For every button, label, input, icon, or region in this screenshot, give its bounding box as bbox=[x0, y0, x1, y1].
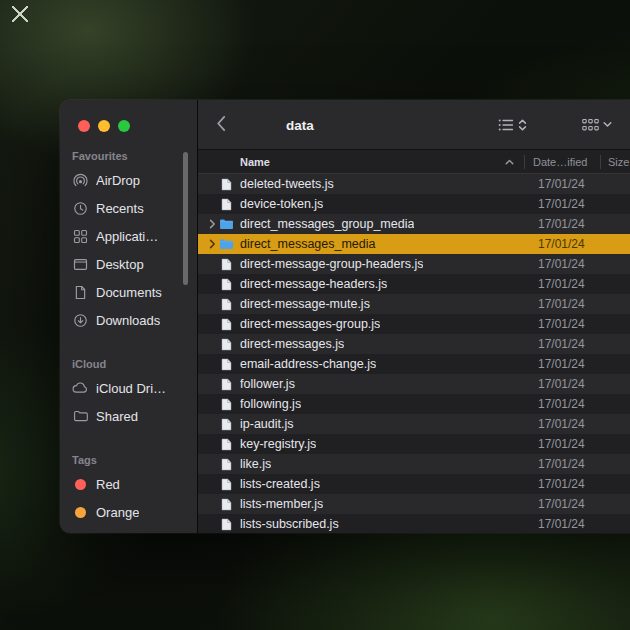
zoom-button[interactable] bbox=[118, 120, 130, 132]
sidebar-section-label: Tags bbox=[60, 452, 197, 468]
sidebar-sections: FavouritesAirDropRecentsApplicati…Deskto… bbox=[60, 148, 197, 533]
table-row[interactable]: direct_messages_group_media17/01/24 bbox=[198, 214, 630, 234]
clock-icon bbox=[72, 200, 88, 216]
file-date-modified: 17/01/24 bbox=[524, 277, 600, 291]
sidebar-item-desktop[interactable]: Desktop bbox=[60, 250, 197, 278]
file-name: deleted-tweets.js bbox=[240, 177, 334, 191]
document-file-icon bbox=[219, 458, 234, 471]
sidebar-item-yellow[interactable]: Yellow bbox=[60, 526, 197, 533]
file-name-cell: device-token.js bbox=[198, 194, 524, 214]
file-name: email-address-change.js bbox=[240, 357, 376, 371]
sidebar-section-icloud: iCloudiCloud Dri…Shared bbox=[60, 356, 197, 430]
file-date-modified: 17/01/24 bbox=[524, 317, 600, 331]
file-date-modified: 17/01/24 bbox=[524, 377, 600, 391]
table-row[interactable]: direct-messages-group.js17/01/24 bbox=[198, 314, 630, 334]
table-row[interactable]: device-token.js17/01/24 bbox=[198, 194, 630, 214]
file-name-cell: key-registry.js bbox=[198, 434, 524, 454]
column-headers: Name Date…ified Size bbox=[198, 150, 630, 174]
file-list: deleted-tweets.js17/01/24device-token.js… bbox=[198, 174, 630, 533]
sidebar-item-label: Downloads bbox=[96, 313, 160, 328]
sidebar-scrollbar[interactable] bbox=[183, 152, 188, 285]
file-name-cell: like.js bbox=[198, 454, 524, 474]
folder-icon bbox=[219, 218, 234, 230]
file-name-cell: ip-audit.js bbox=[198, 414, 524, 434]
table-row[interactable]: direct-message-headers.js17/01/24 bbox=[198, 274, 630, 294]
file-name: direct-messages-group.js bbox=[240, 317, 380, 331]
desktop-background: FavouritesAirDropRecentsApplicati…Deskto… bbox=[0, 0, 630, 630]
shared-folder-icon bbox=[72, 408, 88, 424]
sidebar-item-applicati[interactable]: Applicati… bbox=[60, 222, 197, 250]
sidebar-item-documents[interactable]: Documents bbox=[60, 278, 197, 306]
table-row[interactable]: direct-message-mute.js17/01/24 bbox=[198, 294, 630, 314]
document-file-icon bbox=[219, 318, 234, 331]
table-row[interactable]: following.js17/01/24 bbox=[198, 394, 630, 414]
table-row[interactable]: direct-messages.js17/01/24 bbox=[198, 334, 630, 354]
view-options-button[interactable] bbox=[498, 118, 527, 131]
folder-icon bbox=[219, 238, 234, 250]
file-name: lists-subscribed.js bbox=[240, 517, 339, 531]
sidebar-item-orange[interactable]: Orange bbox=[60, 498, 197, 526]
table-row[interactable]: email-address-change.js17/01/24 bbox=[198, 354, 630, 374]
finder-window: FavouritesAirDropRecentsApplicati…Deskto… bbox=[60, 100, 630, 533]
desktop-icon bbox=[72, 256, 88, 272]
file-date-modified: 17/01/24 bbox=[524, 417, 600, 431]
sidebar-item-label: Shared bbox=[96, 409, 138, 424]
sidebar-item-red[interactable]: Red bbox=[60, 470, 197, 498]
back-button[interactable] bbox=[216, 115, 226, 135]
file-name-cell: deleted-tweets.js bbox=[198, 174, 524, 194]
document-file-icon bbox=[219, 198, 234, 211]
column-header-name[interactable]: Name bbox=[198, 156, 524, 168]
document-file-icon bbox=[219, 498, 234, 511]
file-name-cell: direct-messages-group.js bbox=[198, 314, 524, 334]
sidebar-item-label: Documents bbox=[96, 285, 162, 300]
document-file-icon bbox=[219, 338, 234, 351]
table-row[interactable]: direct-message-group-headers.js17/01/24 bbox=[198, 254, 630, 274]
file-date-modified: 17/01/24 bbox=[524, 397, 600, 411]
file-date-modified: 17/01/24 bbox=[524, 357, 600, 371]
sidebar-item-airdrop[interactable]: AirDrop bbox=[60, 166, 197, 194]
table-row[interactable]: key-registry.js17/01/24 bbox=[198, 434, 630, 454]
toolbar: data bbox=[198, 100, 630, 150]
disclosure-chevron-icon[interactable] bbox=[206, 219, 219, 229]
file-name: direct-message-mute.js bbox=[240, 297, 370, 311]
sidebar-item-downloads[interactable]: Downloads bbox=[60, 306, 197, 334]
table-row[interactable]: deleted-tweets.js17/01/24 bbox=[198, 174, 630, 194]
file-name: direct_messages_group_media bbox=[240, 217, 414, 231]
sidebar-item-shared[interactable]: Shared bbox=[60, 402, 197, 430]
sidebar-item-icloud-dri[interactable]: iCloud Dri… bbox=[60, 374, 197, 402]
file-name-cell: following.js bbox=[198, 394, 524, 414]
table-row[interactable]: like.js17/01/24 bbox=[198, 454, 630, 474]
table-row[interactable]: lists-created.js17/01/24 bbox=[198, 474, 630, 494]
file-name: lists-member.js bbox=[240, 497, 323, 511]
airdrop-icon bbox=[72, 172, 88, 188]
sidebar-item-label: Applicati… bbox=[96, 229, 158, 244]
group-options-button[interactable] bbox=[582, 118, 612, 131]
table-row[interactable]: lists-member.js17/01/24 bbox=[198, 494, 630, 514]
column-header-date[interactable]: Date…ified bbox=[524, 155, 600, 169]
sidebar-item-label: AirDrop bbox=[96, 173, 140, 188]
sidebar: FavouritesAirDropRecentsApplicati…Deskto… bbox=[60, 100, 198, 533]
file-name: lists-created.js bbox=[240, 477, 320, 491]
file-name-cell: direct-message-headers.js bbox=[198, 274, 524, 294]
updown-chevrons-icon bbox=[518, 118, 527, 131]
column-header-size[interactable]: Size bbox=[600, 155, 630, 169]
file-name-cell: lists-created.js bbox=[198, 474, 524, 494]
file-name-cell: direct-message-group-headers.js bbox=[198, 254, 524, 274]
document-file-icon bbox=[219, 298, 234, 311]
file-name: like.js bbox=[240, 457, 271, 471]
file-date-modified: 17/01/24 bbox=[524, 197, 600, 211]
document-file-icon bbox=[219, 178, 234, 191]
table-row[interactable]: follower.js17/01/24 bbox=[198, 374, 630, 394]
table-row[interactable]: lists-subscribed.js17/01/24 bbox=[198, 514, 630, 533]
minimize-button[interactable] bbox=[98, 120, 110, 132]
sidebar-item-recents[interactable]: Recents bbox=[60, 194, 197, 222]
file-date-modified: 17/01/24 bbox=[524, 437, 600, 451]
file-date-modified: 17/01/24 bbox=[524, 217, 600, 231]
table-row[interactable]: ip-audit.js17/01/24 bbox=[198, 414, 630, 434]
table-row[interactable]: direct_messages_media17/01/24 bbox=[198, 234, 630, 254]
close-button[interactable] bbox=[78, 120, 90, 132]
chevron-down-icon bbox=[603, 122, 612, 128]
cloud-icon bbox=[72, 380, 88, 396]
file-name: follower.js bbox=[240, 377, 295, 391]
disclosure-chevron-icon[interactable] bbox=[206, 239, 219, 249]
